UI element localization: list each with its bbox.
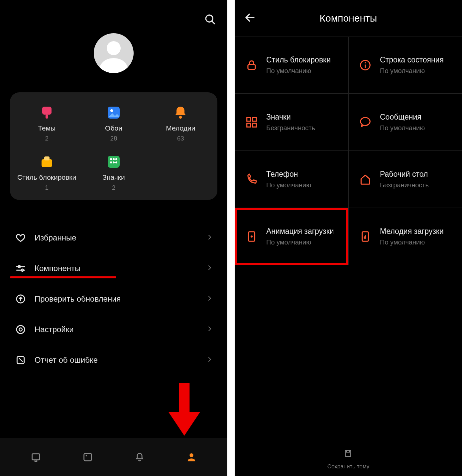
component-value: Безграничность xyxy=(380,181,429,189)
component-home[interactable]: Рабочий столБезграничность xyxy=(348,151,462,208)
update-icon xyxy=(15,294,27,304)
tile-count: 1 xyxy=(45,184,49,191)
tile-count: 2 xyxy=(112,184,116,191)
menu-favorites[interactable]: Избранные xyxy=(15,223,213,253)
gear-icon xyxy=(15,324,27,335)
component-lock-style[interactable]: Стиль блокировкиПо умолчанию xyxy=(235,37,348,94)
search-button[interactable] xyxy=(204,13,216,27)
component-title: Мелодия загрузки xyxy=(380,227,444,236)
svg-point-16 xyxy=(115,161,117,163)
right-screen: Компоненты Стиль блокировкиПо умолчанию … xyxy=(235,0,462,476)
svg-rect-26 xyxy=(32,454,40,460)
component-phone[interactable]: ТелефонПо умолчанию xyxy=(235,151,348,208)
grid-icon xyxy=(244,115,259,130)
back-button[interactable] xyxy=(244,12,256,25)
chevron-right-icon xyxy=(207,326,213,333)
svg-point-15 xyxy=(113,161,115,163)
annotation-arrow xyxy=(169,382,200,438)
svg-point-6 xyxy=(110,109,113,112)
nav-home-icon xyxy=(30,451,42,463)
tile-label: Мелодии xyxy=(166,124,195,132)
boot-anim-icon xyxy=(244,229,259,244)
chevron-right-icon xyxy=(207,295,213,303)
avatar-placeholder-icon xyxy=(94,33,134,73)
nav-profile[interactable] xyxy=(185,450,198,464)
component-value: По умолчанию xyxy=(380,124,425,132)
menu-check-updates[interactable]: Проверить обновления xyxy=(15,284,213,314)
component-title: Стиль блокировки xyxy=(266,55,331,64)
save-icon xyxy=(343,449,353,459)
nav-wallpaper[interactable] xyxy=(81,450,94,464)
svg-rect-31 xyxy=(248,64,255,69)
phone-icon xyxy=(244,172,259,187)
component-title: Анимация загрузки xyxy=(266,227,334,236)
component-boot-animation[interactable]: Анимация загрузкиПо умолчанию xyxy=(235,208,348,265)
svg-point-30 xyxy=(189,453,193,457)
component-title: Сообщения xyxy=(380,113,425,122)
my-collection-card: Темы 2 Обои 28 Мелодии 63 Стиль блокиров… xyxy=(10,92,217,200)
lock-icon xyxy=(244,58,259,72)
svg-rect-4 xyxy=(46,115,48,119)
component-value: По умолчанию xyxy=(266,181,311,189)
svg-rect-27 xyxy=(35,460,37,461)
tile-themes[interactable]: Темы 2 xyxy=(13,104,80,142)
menu-label: Отчет об ошибке xyxy=(35,355,199,365)
component-value: По умолчанию xyxy=(266,67,331,75)
svg-rect-9 xyxy=(44,156,50,160)
theme-icon xyxy=(39,104,55,121)
chevron-right-icon xyxy=(207,234,213,241)
settings-menu: Избранные Компоненты Проверить обновлени… xyxy=(15,223,213,375)
svg-rect-35 xyxy=(247,118,251,121)
svg-point-11 xyxy=(110,158,112,160)
component-value: По умолчанию xyxy=(380,238,444,246)
menu-label: Настройки xyxy=(35,325,199,334)
tile-wallpapers[interactable]: Обои 28 xyxy=(80,104,147,142)
svg-point-12 xyxy=(113,158,115,160)
svg-point-7 xyxy=(179,116,182,119)
svg-point-40 xyxy=(251,236,253,238)
avatar[interactable] xyxy=(94,33,134,73)
header: Компоненты xyxy=(235,0,462,37)
tile-icons[interactable]: Значки 2 xyxy=(80,153,147,191)
component-value: По умолчанию xyxy=(380,67,444,75)
component-messages[interactable]: СообщенияПо умолчанию xyxy=(348,94,462,151)
svg-rect-28 xyxy=(84,453,92,461)
svg-rect-43 xyxy=(346,450,349,452)
tile-label: Стиль блокировки xyxy=(17,173,76,181)
menu-label: Избранные xyxy=(35,233,199,242)
nav-wallpaper-icon xyxy=(82,451,93,463)
back-arrow-icon xyxy=(244,12,256,24)
tile-label: Обои xyxy=(105,124,122,132)
components-grid: Стиль блокировкиПо умолчанию Строка сост… xyxy=(235,37,462,265)
ringtone-icon xyxy=(172,104,189,121)
nav-profile-icon xyxy=(186,451,197,463)
menu-bug-report[interactable]: Отчет об ошибке xyxy=(15,345,213,375)
menu-settings[interactable]: Настройки xyxy=(15,314,213,345)
nav-ringtones[interactable] xyxy=(133,450,146,464)
component-icons[interactable]: ЗначкиБезграничность xyxy=(235,94,348,151)
component-statusbar[interactable]: Строка состоянияПо умолчанию xyxy=(348,37,462,94)
info-icon xyxy=(358,58,373,72)
heart-icon xyxy=(15,233,27,243)
svg-line-1 xyxy=(212,21,215,24)
nav-home[interactable] xyxy=(29,450,43,464)
tile-lockstyle[interactable]: Стиль блокировки 1 xyxy=(13,153,80,191)
chevron-right-icon xyxy=(207,356,213,364)
svg-point-34 xyxy=(365,62,366,63)
search-icon xyxy=(204,13,216,25)
save-theme-button[interactable]: Сохранить тему xyxy=(235,449,462,470)
icons-icon xyxy=(105,153,122,170)
tile-count: 2 xyxy=(45,135,49,142)
bottom-nav xyxy=(0,438,227,476)
menu-label: Компоненты xyxy=(35,264,199,273)
component-title: Телефон xyxy=(266,170,311,179)
svg-rect-38 xyxy=(253,123,256,127)
component-boot-sound[interactable]: Мелодия загрузкиПо умолчанию xyxy=(348,208,462,265)
left-screen: Темы 2 Обои 28 Мелодии 63 Стиль блокиров… xyxy=(0,0,227,476)
menu-components[interactable]: Компоненты xyxy=(15,253,213,284)
chat-icon xyxy=(358,115,373,130)
svg-point-23 xyxy=(19,328,22,331)
svg-rect-42 xyxy=(345,450,351,457)
page-title: Компоненты xyxy=(242,13,455,24)
tile-ringtones[interactable]: Мелодии 63 xyxy=(147,104,214,142)
